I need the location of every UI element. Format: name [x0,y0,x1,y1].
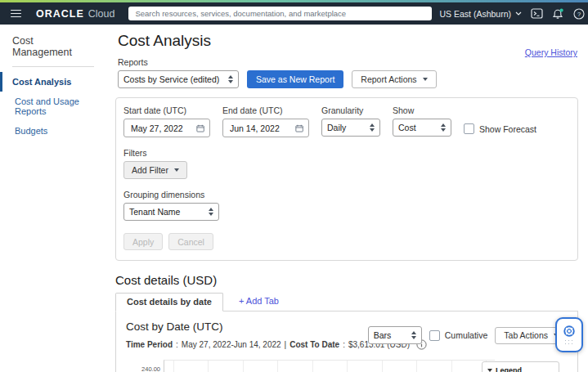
add-filter-button[interactable]: Add Filter [123,161,187,179]
notifications-icon[interactable] [552,8,564,20]
show-value: Cost [398,123,416,132]
grouping-dimensions-label: Grouping dimensions [123,190,570,199]
search-input[interactable] [128,7,432,20]
menu-icon[interactable] [7,7,25,21]
show-forecast-checkbox[interactable] [464,123,474,134]
reports-select-value: Costs by Service (edited) [123,74,219,84]
life-ring-icon [563,325,576,338]
legend-title: Legend [496,366,522,372]
grouping-dimensions-select[interactable]: Tenant Name [123,203,219,221]
filter-panel: Start date (UTC) End date (UTC) Granular… [115,97,578,261]
sidebar-nav: Cost AnalysisCost and Usage ReportsBudge… [0,72,106,141]
granularity-label: Granularity [321,105,380,115]
legend-header[interactable]: Legend [487,366,554,372]
time-period-value: May 27, 2022-Jun 14, 2022 [182,340,281,349]
region-selector[interactable]: US East (Ashburn) [439,9,522,19]
save-as-new-report-button[interactable]: Save as New Report [247,70,343,88]
cumulative-checkbox[interactable] [429,330,440,341]
show-select[interactable]: Cost [393,119,451,137]
top-header: ORACLE Cloud US East (Ashburn) ? [0,2,588,25]
sidebar-item-cost-and-usage-reports[interactable]: Cost and Usage Reports [0,92,106,121]
chart-controls: Bars Cumulative Tab Actions [368,326,568,344]
gridline [208,361,209,372]
bar-chart: Cost (USD) 240.00220.00200.00180.00160.0… [126,356,568,372]
y-axis: 240.00220.00200.00180.00160.00140.00120.… [134,356,160,372]
sidebar-item-cost-analysis[interactable]: Cost Analysis [0,72,106,92]
report-actions-label: Report Actions [361,74,416,84]
chevron-down-icon [423,78,428,81]
gridline [312,361,313,372]
calendar-icon[interactable] [295,123,303,133]
cost-details-title: Cost details (USD) [115,273,588,287]
stepper-icon [223,75,233,84]
drag-handle-icon[interactable] [565,340,574,346]
support-widget[interactable] [555,317,583,352]
chevron-down-icon [515,11,522,16]
stepper-icon [365,123,375,132]
collapse-icon [487,369,492,372]
display-type-value: Bars [374,330,392,340]
calendar-icon[interactable] [196,123,204,133]
stepper-icon [406,331,416,340]
granularity-value: Daily [327,123,346,132]
sidebar-title: Cost Management [0,25,106,66]
grouping-dimensions-value: Tenant Name [129,207,180,217]
add-tab-button[interactable]: + Add Tab [239,296,279,311]
region-label: US East (Ashburn) [439,9,511,19]
legend: Legend pbftest1platform2022aproductionwo… [482,361,559,372]
main-content: Cost Analysis Query History Reports Cost… [106,25,588,372]
cloud-shell-icon[interactable] [531,8,543,19]
show-forecast-label: Show Forecast [479,124,536,134]
apply-button[interactable]: Apply [123,233,163,250]
start-date-input[interactable] [129,123,196,134]
reports-select[interactable]: Costs by Service (edited) [118,70,239,88]
sidebar: Cost Management Cost AnalysisCost and Us… [0,25,107,372]
stepper-icon [436,123,446,132]
cost-details-panel: Cost by Date (UTC) Time Period : May 27,… [115,311,578,372]
help-icon[interactable]: ? [573,8,585,20]
page-title: Cost Analysis [118,32,588,50]
separator: : [176,340,178,349]
query-history-link[interactable]: Query History [525,47,577,57]
chevron-down-icon [174,168,179,172]
gridline [173,361,174,372]
cost-to-date-label: Cost To Date [290,340,339,349]
logo-cloud: Cloud [88,8,115,20]
logo-oracle: ORACLE [36,8,84,20]
gridline [243,361,244,372]
gridline [382,361,383,372]
gridline [347,361,348,372]
add-filter-label: Add Filter [132,165,168,175]
start-date-label: Start date (UTC) [123,105,210,115]
end-date-label: End date (UTC) [222,105,309,115]
filters-label: Filters [123,148,570,158]
separator: : [343,340,345,349]
start-date-field[interactable] [123,119,210,137]
plot-area [164,360,495,372]
gridline [451,361,452,372]
end-date-field[interactable] [222,119,309,137]
cancel-button[interactable]: Cancel [168,233,213,250]
sidebar-item-budgets[interactable]: Budgets [0,121,106,141]
stepper-icon [204,208,213,217]
tab-bar: Cost details by date + Add Tab [115,293,578,311]
show-label: Show [393,105,451,115]
reports-label: Reports [118,57,588,67]
cumulative-label: Cumulative [445,330,488,340]
report-actions-button[interactable]: Report Actions [352,70,436,88]
svg-text:?: ? [577,10,581,17]
oracle-cloud-logo: ORACLE Cloud [36,8,114,20]
divider [12,66,94,67]
time-period-label: Time Period [126,340,173,349]
tab-actions-label: Tab Actions [504,330,548,340]
header-right: US East (Ashburn) ? [439,7,588,20]
tab-cost-details-by-date[interactable]: Cost details by date [115,293,223,311]
display-type-select[interactable]: Bars [368,326,422,344]
gridline [416,361,417,372]
gridline [277,361,278,372]
separator: | [285,340,287,349]
y-tick-label: 240.00 [141,365,160,372]
granularity-select[interactable]: Daily [321,119,380,137]
end-date-input[interactable] [228,123,295,134]
